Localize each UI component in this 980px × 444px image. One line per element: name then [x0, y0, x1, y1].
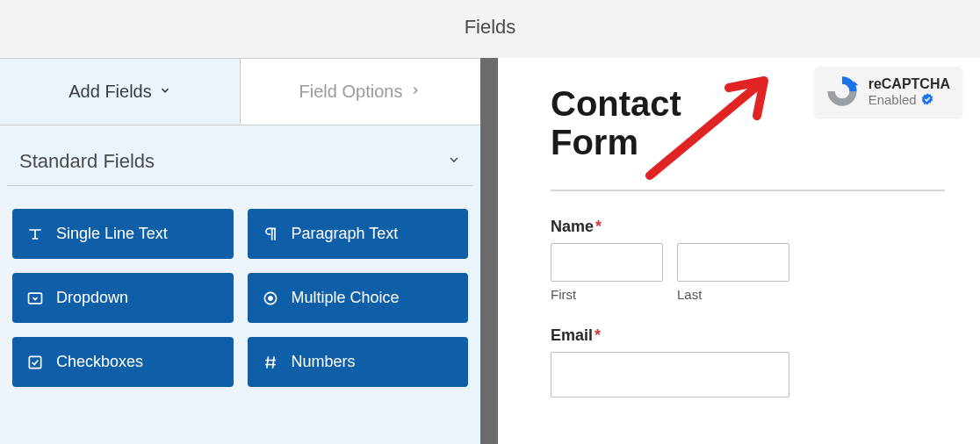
text-cursor-icon	[26, 226, 44, 243]
required-asterisk: *	[595, 218, 602, 235]
recaptcha-text: reCAPTCHA Enabled	[868, 76, 950, 107]
tab-add-fields-label: Add Fields	[68, 82, 152, 102]
sidebar-panel: Add Fields Field Options Standard Fields	[0, 58, 480, 444]
svg-marker-4	[854, 81, 858, 85]
checkbox-icon	[26, 354, 44, 371]
field-dropdown[interactable]: Dropdown	[12, 273, 234, 323]
chevron-down-icon	[159, 84, 171, 99]
sidebar-tabs: Add Fields Field Options	[0, 59, 480, 125]
field-single-line-text[interactable]: Single Line Text	[12, 209, 234, 259]
last-sublabel: Last	[677, 287, 789, 302]
email-label-text: Email	[551, 326, 593, 344]
field-buttons-grid: Single Line Text Paragraph Text Dropdown…	[0, 186, 480, 387]
page-header: Fields	[0, 0, 980, 58]
svg-rect-0	[29, 293, 42, 304]
chevron-right-icon	[409, 84, 422, 99]
page-title: Fields	[465, 16, 516, 38]
tab-field-options-label: Field Options	[299, 82, 403, 102]
recaptcha-badge[interactable]: reCAPTCHA Enabled	[814, 67, 962, 118]
form-title: Contact Form	[551, 84, 726, 161]
recaptcha-icon	[825, 74, 860, 109]
field-label: Dropdown	[56, 289, 128, 307]
required-asterisk: *	[594, 326, 601, 344]
chevron-down-icon	[447, 153, 461, 170]
radio-icon	[262, 290, 279, 307]
verified-icon	[920, 92, 934, 106]
tab-field-options[interactable]: Field Options	[241, 59, 480, 125]
email-input[interactable]	[551, 352, 789, 397]
tab-add-fields[interactable]: Add Fields	[0, 59, 241, 125]
hash-icon	[262, 354, 279, 371]
field-label: Numbers	[292, 353, 356, 371]
field-label: Paragraph Text	[292, 225, 399, 243]
form-preview-panel: Contact Form reCAPTCHA Enabled	[498, 58, 980, 444]
section-title: Standard Fields	[19, 150, 155, 173]
field-label: Single Line Text	[56, 225, 168, 243]
name-fields-row: First Last	[551, 243, 945, 302]
svg-point-2	[268, 296, 272, 300]
email-label: Email*	[551, 326, 945, 345]
first-sublabel: First	[551, 287, 663, 302]
svg-rect-3	[29, 356, 40, 368]
recaptcha-status: Enabled	[868, 92, 917, 107]
paragraph-icon	[262, 226, 279, 243]
last-name-input[interactable]	[677, 243, 789, 282]
main-layout: Add Fields Field Options Standard Fields	[0, 58, 980, 444]
dropdown-icon	[26, 290, 44, 307]
field-paragraph-text[interactable]: Paragraph Text	[248, 209, 469, 259]
form-divider	[551, 190, 945, 191]
field-multiple-choice[interactable]: Multiple Choice	[248, 273, 469, 323]
field-numbers[interactable]: Numbers	[248, 337, 469, 387]
recaptcha-title: reCAPTCHA	[868, 76, 950, 92]
name-label-text: Name	[551, 218, 594, 235]
field-label: Multiple Choice	[292, 289, 400, 307]
field-checkboxes[interactable]: Checkboxes	[12, 337, 234, 387]
field-label: Checkboxes	[56, 353, 143, 371]
name-label: Name*	[551, 218, 945, 236]
panel-divider	[480, 58, 498, 444]
first-name-input[interactable]	[551, 243, 663, 282]
section-standard-fields[interactable]: Standard Fields	[7, 125, 473, 186]
